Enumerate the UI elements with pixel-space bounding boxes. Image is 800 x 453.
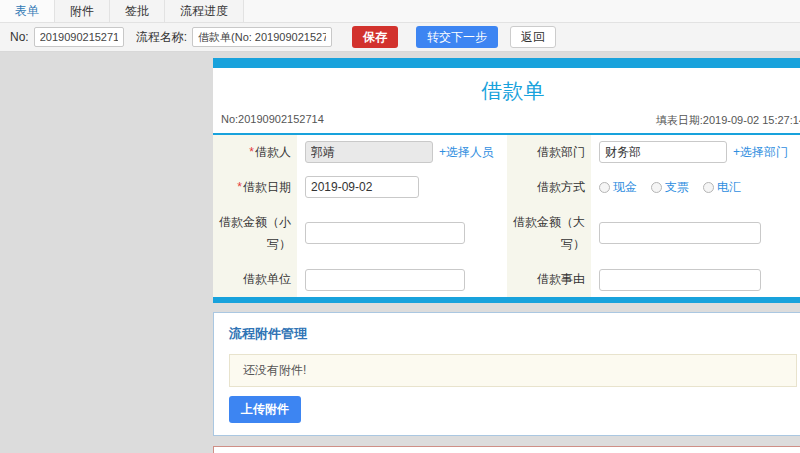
forward-next-step-button[interactable]: 转交下一步	[416, 26, 498, 48]
loan-method-label: 借款方式	[507, 170, 591, 205]
form-no-text: No:20190902152714	[221, 113, 324, 128]
tab-bar: 表单 附件 签批 流程进度	[0, 0, 800, 23]
method-cheque-radio[interactable]: 支票	[651, 179, 689, 196]
loan-unit-input[interactable]	[305, 269, 465, 291]
tab-progress[interactable]: 流程进度	[165, 0, 244, 22]
action-toolbar: No: 流程名称: 保存 转交下一步 返回	[0, 23, 800, 52]
tab-attachments[interactable]: 附件	[55, 0, 110, 22]
approval-section: 流程签批意见 B I abc ✎ ⚑	[213, 446, 800, 453]
loan-method-cell: 现金 支票 电汇	[591, 170, 800, 205]
method-wire-radio[interactable]: 电汇	[703, 179, 741, 196]
amount-lowercase-cell	[297, 205, 507, 263]
borrower-label: *借款人	[213, 135, 297, 170]
back-button[interactable]: 返回	[510, 26, 556, 48]
flow-name-label: 流程名称:	[136, 29, 187, 46]
flow-name-input[interactable]	[192, 27, 332, 47]
radio-icon	[651, 182, 662, 193]
radio-icon	[703, 182, 714, 193]
form-subheader: No:20190902152714 填表日期:2019-09-02 15:27:…	[213, 110, 800, 135]
form-fill-date-text: 填表日期:2019-09-02 15:27:14	[656, 113, 800, 128]
loan-reason-cell	[591, 262, 800, 297]
form-bottom-accent-bar	[213, 297, 800, 303]
loan-unit-label: 借款单位	[213, 262, 297, 297]
radio-icon	[599, 182, 610, 193]
loan-date-label: *借款日期	[213, 170, 297, 205]
loan-date-input[interactable]	[305, 176, 419, 198]
loan-date-cell	[297, 170, 507, 205]
borrower-input[interactable]	[305, 141, 433, 163]
attachments-section: 流程附件管理 还没有附件! 上传附件	[213, 312, 800, 436]
select-department-link[interactable]: +选择部门	[733, 144, 788, 161]
no-input[interactable]	[34, 27, 124, 47]
loan-reason-label: 借款事由	[507, 262, 591, 297]
amount-uppercase-label: 借款金额（大写）	[507, 205, 591, 263]
attachments-title: 流程附件管理	[229, 325, 797, 343]
department-cell: +选择部门	[591, 135, 800, 170]
loan-reason-input[interactable]	[599, 269, 761, 291]
amount-uppercase-cell	[591, 205, 800, 263]
amount-lowercase-label: 借款金额（小写）	[213, 205, 297, 263]
loan-form-section: 借款单 No:20190902152714 填表日期:2019-09-02 15…	[213, 58, 800, 303]
amount-uppercase-input[interactable]	[599, 222, 761, 244]
select-person-link[interactable]: +选择人员	[439, 144, 494, 161]
department-label: 借款部门	[507, 135, 591, 170]
tab-approval[interactable]: 签批	[110, 0, 165, 22]
loan-form-table: *借款人 +选择人员 借款部门 +选择部门 *借款日期	[213, 135, 800, 297]
required-mark: *	[237, 176, 242, 199]
method-cash-radio[interactable]: 现金	[599, 179, 637, 196]
department-input[interactable]	[599, 141, 727, 163]
borrower-cell: +选择人员	[297, 135, 507, 170]
no-label: No:	[10, 30, 29, 44]
page-content: 借款单 No:20190902152714 填表日期:2019-09-02 15…	[0, 52, 800, 453]
no-attachments-message: 还没有附件!	[229, 354, 797, 387]
amount-lowercase-input[interactable]	[305, 222, 465, 244]
save-button[interactable]: 保存	[352, 26, 398, 48]
form-top-accent-bar	[213, 58, 800, 68]
form-title: 借款单	[213, 68, 800, 110]
required-mark: *	[249, 141, 254, 164]
loan-unit-cell	[297, 262, 507, 297]
tab-form[interactable]: 表单	[0, 0, 55, 22]
upload-attachment-button[interactable]: 上传附件	[229, 396, 301, 423]
